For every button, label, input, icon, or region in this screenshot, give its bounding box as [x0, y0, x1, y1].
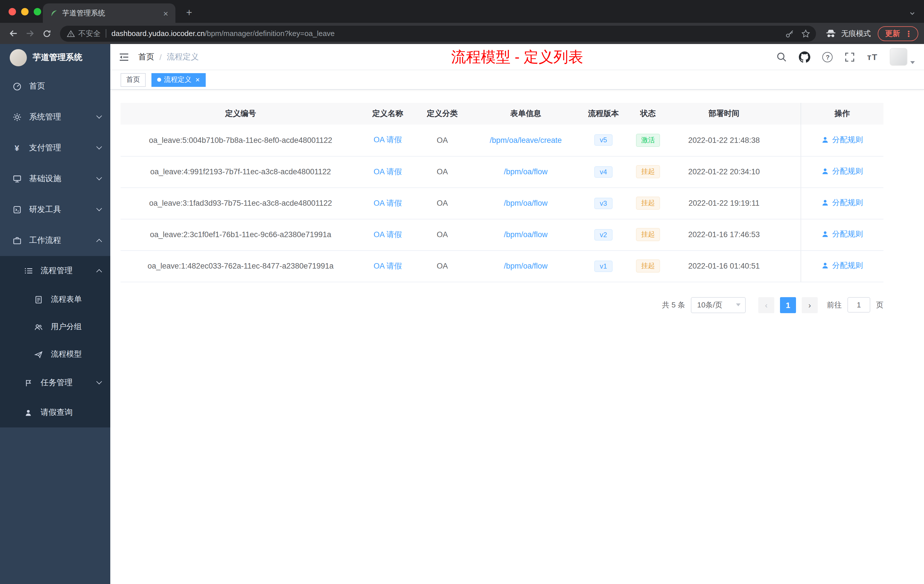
- definition-name-link[interactable]: OA 请假: [373, 261, 402, 270]
- user-icon: [822, 167, 830, 175]
- pagination: 共 5 条 10条/页 ‹ 1 › 前往 页: [120, 297, 883, 313]
- form-link[interactable]: /bpm/oa/leave/create: [490, 136, 562, 145]
- help-icon[interactable]: ?: [823, 52, 833, 62]
- window-controls[interactable]: [8, 8, 41, 15]
- address-bar[interactable]: 不安全 dashboard.yudao.iocoder.cn/bpm/manag…: [60, 25, 816, 41]
- chevron-up-icon: [96, 239, 102, 244]
- filler-cell: [777, 187, 800, 219]
- sidebar-fold-icon[interactable]: [118, 51, 130, 63]
- sidebar-item-task-manage[interactable]: 任务管理: [0, 368, 110, 398]
- goto-label: 前往: [827, 300, 842, 310]
- avatar[interactable]: [890, 48, 908, 66]
- sidebar-item-payment[interactable]: ¥ 支付管理: [0, 133, 110, 163]
- tags-view: 首页 流程定义 ×: [110, 70, 924, 90]
- form-link[interactable]: /bpm/oa/flow: [504, 167, 548, 176]
- url-text[interactable]: dashboard.yudao.iocoder.cn/bpm/manager/d…: [111, 29, 335, 38]
- filler-cell: [777, 156, 800, 187]
- breadcrumb: 首页 / 流程定义: [138, 52, 199, 62]
- sidebar-item-label: 支付管理: [29, 143, 61, 153]
- tag-close-icon[interactable]: ×: [195, 76, 200, 84]
- version-badge: v1: [594, 260, 612, 272]
- briefcase-icon: [12, 236, 22, 245]
- breadcrumb-home[interactable]: 首页: [138, 52, 154, 62]
- page-1-button[interactable]: 1: [780, 297, 796, 313]
- assign-rule-link[interactable]: 分配规则: [822, 198, 863, 208]
- assign-rule-link[interactable]: 分配规则: [822, 166, 863, 177]
- assign-rule-link[interactable]: 分配规则: [822, 261, 863, 271]
- close-window-button[interactable]: [8, 8, 16, 15]
- chevron-down-icon: [736, 304, 741, 306]
- sidebar-item-devtools[interactable]: 研发工具: [0, 194, 110, 225]
- minimize-window-button[interactable]: [21, 8, 28, 15]
- fullscreen-icon[interactable]: [845, 52, 855, 62]
- tab-close-icon[interactable]: ×: [160, 8, 171, 18]
- user-icon: [822, 262, 830, 270]
- browser-menu-icon[interactable]: ⋮: [904, 29, 912, 38]
- sidebar-item-label: 基础设施: [29, 174, 61, 184]
- status-badge: 挂起: [636, 196, 660, 210]
- maximize-window-button[interactable]: [34, 8, 41, 15]
- total-count: 共 5 条: [662, 300, 685, 310]
- sidebar-item-home[interactable]: 首页: [0, 71, 110, 102]
- column-header: 状态: [625, 103, 671, 125]
- sidebar-item-process-form[interactable]: 流程表单: [0, 286, 110, 313]
- status-badge: 激活: [636, 134, 660, 147]
- assign-rule-link[interactable]: 分配规则: [822, 229, 863, 239]
- github-icon[interactable]: [799, 51, 810, 63]
- url-path: /bpm/manager/definition?key=oa_leave: [205, 29, 335, 38]
- browser-tab[interactable]: 芋道管理系统 ×: [43, 3, 175, 23]
- user-icon: [822, 230, 830, 238]
- sidebar-item-process-manage[interactable]: 流程管理: [0, 256, 110, 286]
- status-badge: 挂起: [636, 228, 660, 241]
- reload-icon[interactable]: [39, 26, 54, 41]
- version-badge: v2: [594, 229, 612, 240]
- search-icon[interactable]: [776, 51, 787, 62]
- infrastructure-icon: [12, 174, 22, 183]
- app-logo: 芋道管理系统: [0, 44, 110, 71]
- sidebar-item-infrastructure[interactable]: 基础设施: [0, 163, 110, 194]
- tag-process-definition[interactable]: 流程定义 ×: [152, 73, 205, 87]
- form-link[interactable]: /bpm/oa/flow: [504, 230, 548, 239]
- sidebar-item-workflow[interactable]: 工作流程: [0, 225, 110, 256]
- definition-name-link[interactable]: OA 请假: [373, 199, 402, 207]
- definition-name-link[interactable]: OA 请假: [373, 230, 402, 239]
- password-key-icon[interactable]: [785, 29, 794, 38]
- next-page-button[interactable]: ›: [802, 297, 818, 313]
- assign-rule-link[interactable]: 分配规则: [822, 135, 863, 145]
- forward-icon[interactable]: [22, 26, 38, 41]
- user-icon: [822, 199, 830, 207]
- user-menu[interactable]: [890, 48, 915, 66]
- back-icon[interactable]: [6, 26, 21, 41]
- form-link[interactable]: /bpm/oa/flow: [504, 262, 548, 270]
- table-row: oa_leave:1:482ec033-762a-11ec-8477-a2380…: [120, 250, 883, 282]
- tab-search-chevron-icon[interactable]: [909, 10, 916, 17]
- browser-window: 芋道管理系统 × + 不安全 dashboard.yudao.iocoder.c…: [0, 0, 924, 584]
- definition-name-link[interactable]: OA 请假: [373, 167, 402, 176]
- breadcrumb-current: 流程定义: [167, 52, 199, 62]
- sidebar-item-label: 首页: [29, 81, 45, 91]
- prev-page-button[interactable]: ‹: [758, 297, 774, 313]
- status-badge: 挂起: [636, 259, 660, 272]
- sidebar-item-label: 用户分组: [51, 322, 82, 332]
- workflow-submenu: 流程管理 流程表单 用户分组: [0, 256, 110, 427]
- goto-page-input[interactable]: [847, 297, 870, 313]
- new-tab-button[interactable]: +: [182, 5, 196, 20]
- table-row: oa_leave:3:1fad3d93-7b75-11ec-a3c8-acde4…: [120, 187, 883, 219]
- page-size-value: 10条/页: [697, 300, 722, 310]
- bookmark-star-icon[interactable]: [801, 29, 810, 38]
- form-link[interactable]: /bpm/oa/flow: [504, 199, 548, 208]
- sidebar-item-process-model[interactable]: 流程模型: [0, 341, 110, 368]
- browser-update-button[interactable]: 更新 ⋮: [878, 26, 918, 41]
- browser-tabstrip: 芋道管理系统 × +: [0, 0, 924, 23]
- caret-down-icon: [910, 61, 915, 64]
- page-size-select[interactable]: 10条/页: [691, 297, 746, 313]
- definition-name-link[interactable]: OA 请假: [373, 136, 402, 144]
- tag-home[interactable]: 首页: [120, 73, 146, 87]
- sidebar-item-user-group[interactable]: 用户分组: [0, 313, 110, 341]
- sidebar-item-system[interactable]: 系统管理: [0, 102, 110, 133]
- logo-title: 芋道管理系统: [33, 52, 82, 63]
- sidebar-item-leave-query[interactable]: 请假查询: [0, 398, 110, 427]
- user-group-icon: [34, 323, 43, 331]
- site-security-chip[interactable]: 不安全: [67, 28, 101, 39]
- font-size-icon[interactable]: тT: [867, 52, 878, 62]
